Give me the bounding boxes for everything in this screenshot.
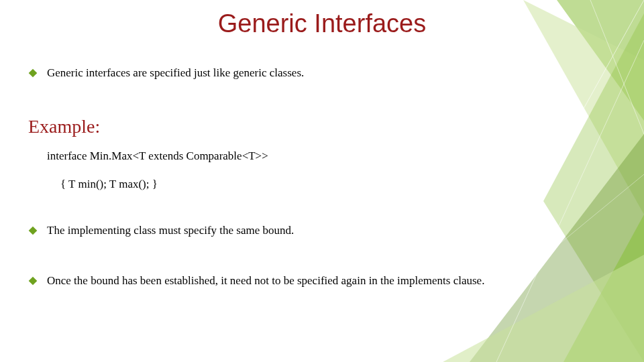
svg-marker-10 xyxy=(29,69,38,78)
diamond-bullet-icon xyxy=(28,276,38,286)
diamond-bullet-icon xyxy=(28,68,38,78)
bullet-item: Once the bound has been established, it … xyxy=(28,274,604,289)
slide-content: Generic interfaces are specified just li… xyxy=(28,66,604,294)
bullet-item: The implementing class must specify the … xyxy=(28,223,604,239)
svg-marker-12 xyxy=(29,277,38,286)
code-line-2: { T min(); T max(); } xyxy=(60,178,604,191)
diamond-bullet-icon xyxy=(28,226,38,235)
slide-title: Generic Interfaces xyxy=(0,9,644,38)
code-line-1: interface Min.Max<T extends Comparable<T… xyxy=(47,149,604,163)
slide: Generic Interfaces Generic interfaces ar… xyxy=(0,0,644,362)
bullet-text: Generic interfaces are specified just li… xyxy=(47,66,304,81)
bullet-text: Once the bound has been established, it … xyxy=(47,274,484,289)
example-heading: Example: xyxy=(28,116,604,137)
bullet-text: The implementing class must specify the … xyxy=(47,223,294,239)
bullet-item: Generic interfaces are specified just li… xyxy=(28,66,604,81)
svg-marker-11 xyxy=(29,227,38,235)
